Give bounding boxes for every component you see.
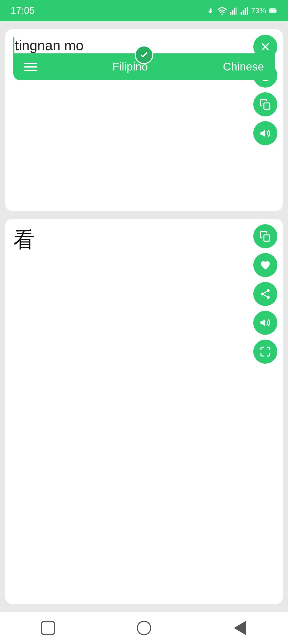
check-icon xyxy=(139,50,149,60)
input-card: tingnan mo xyxy=(5,29,283,211)
input-text-content: tingnan mo xyxy=(15,37,83,53)
svg-point-17 xyxy=(261,293,264,296)
share-icon xyxy=(259,288,271,300)
svg-rect-6 xyxy=(243,10,244,15)
status-bar: 17:05 73% xyxy=(0,0,288,21)
speaker-output-icon xyxy=(259,317,271,329)
speaker-output-button[interactable] xyxy=(253,311,277,335)
svg-rect-10 xyxy=(270,9,275,12)
copy-output-button[interactable] xyxy=(253,224,277,248)
output-card: 看 xyxy=(5,219,283,604)
back-button[interactable] xyxy=(229,617,251,639)
output-action-buttons xyxy=(253,224,277,364)
status-icons: 73% xyxy=(206,6,277,15)
status-time: 17:05 xyxy=(11,5,35,16)
check-badge xyxy=(135,45,153,64)
copy-icon xyxy=(259,99,271,110)
heart-icon xyxy=(259,259,271,271)
target-language-label[interactable]: Chinese xyxy=(223,60,264,73)
recent-apps-button[interactable] xyxy=(37,617,59,639)
menu-line-2 xyxy=(24,66,37,68)
svg-point-0 xyxy=(221,13,223,15)
svg-rect-2 xyxy=(232,10,233,15)
menu-button[interactable] xyxy=(24,63,37,71)
copy-input-button[interactable] xyxy=(253,92,277,116)
input-action-buttons xyxy=(253,35,277,145)
speaker-icon xyxy=(259,127,271,139)
battery-icon xyxy=(269,7,277,15)
signal-icon-2 xyxy=(241,7,248,15)
square-icon xyxy=(41,621,55,635)
share-button[interactable] xyxy=(253,282,277,306)
svg-rect-1 xyxy=(230,12,231,15)
svg-rect-8 xyxy=(247,7,248,15)
language-bar: Filipino Chinese xyxy=(13,53,275,80)
menu-line-3 xyxy=(24,70,37,71)
main-content: tingnan mo xyxy=(0,21,288,612)
bluetooth-icon xyxy=(206,7,214,15)
svg-point-16 xyxy=(267,289,270,292)
svg-rect-7 xyxy=(245,8,246,15)
speaker-input-button[interactable] xyxy=(253,121,277,145)
svg-rect-14 xyxy=(264,103,270,109)
svg-rect-15 xyxy=(264,235,270,241)
signal-icon-1 xyxy=(230,7,237,15)
close-icon xyxy=(259,41,271,53)
svg-line-20 xyxy=(264,291,267,293)
circle-icon xyxy=(137,621,151,635)
text-cursor xyxy=(13,37,14,53)
favorite-button[interactable] xyxy=(253,253,277,277)
wifi-icon xyxy=(218,7,227,15)
fullscreen-icon xyxy=(259,346,271,358)
copy-output-icon xyxy=(259,230,271,242)
svg-line-19 xyxy=(264,295,267,297)
home-button[interactable] xyxy=(133,617,155,639)
navigation-bar xyxy=(0,612,288,644)
fullscreen-button[interactable] xyxy=(253,340,277,364)
svg-point-18 xyxy=(267,296,270,299)
triangle-icon xyxy=(234,621,246,635)
output-text-content: 看 xyxy=(13,227,275,253)
svg-rect-3 xyxy=(234,8,235,15)
svg-rect-4 xyxy=(236,7,237,15)
menu-line-1 xyxy=(24,63,37,64)
svg-rect-5 xyxy=(241,12,242,15)
battery-percentage: 73% xyxy=(251,6,266,15)
